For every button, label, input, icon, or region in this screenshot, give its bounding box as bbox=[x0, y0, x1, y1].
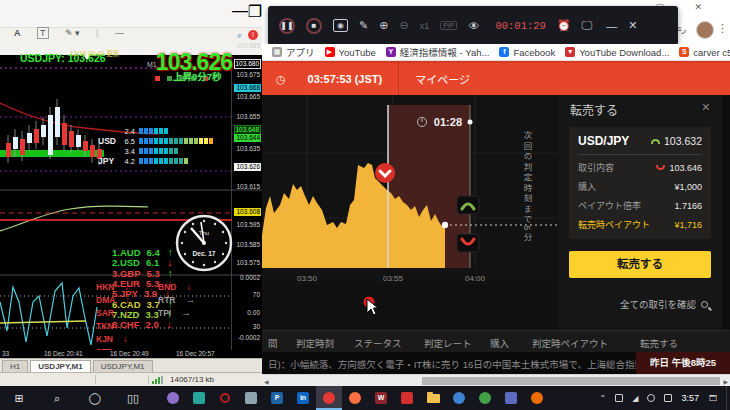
profile-avatar[interactable] bbox=[696, 21, 714, 39]
taskbar-app-icon[interactable] bbox=[212, 386, 238, 410]
label-tool-icon[interactable]: T bbox=[37, 27, 49, 39]
search-icon[interactable]: ⌕ bbox=[237, 30, 242, 41]
bookmark-item[interactable]: ▶YouTube bbox=[325, 47, 376, 58]
pen-tray-icon[interactable] bbox=[615, 394, 623, 402]
bookmark-item[interactable]: Scarver c5の中古/新... bbox=[679, 45, 730, 59]
indicator-signal: TPI→ bbox=[158, 307, 191, 318]
time-axis-label: 16 Dec 20:41 bbox=[44, 350, 83, 357]
recorder-minimize-icon[interactable]: — bbox=[606, 20, 617, 32]
trade-detail-row: 購入¥1,000 bbox=[578, 180, 702, 193]
bookmark-item[interactable]: Y経済指標情報 - Yah... bbox=[386, 45, 490, 59]
mt4-window-controls[interactable]: — bbox=[232, 2, 248, 20]
mt4-chart-area[interactable]: Thu Dec. 17 USDJPY: 103.626 12/16 06:40 … bbox=[0, 55, 262, 350]
taskbar-clock[interactable]: 3:57 bbox=[681, 393, 699, 403]
table-header-cell: 判定レート bbox=[424, 336, 472, 350]
volume-icon[interactable] bbox=[647, 394, 655, 402]
check-all-trades-link[interactable]: 全ての取引を確認 bbox=[620, 297, 708, 311]
scroll-left-arrow[interactable]: ◀ bbox=[264, 378, 269, 385]
mt4-restore-icon[interactable]: ❐ bbox=[248, 2, 262, 21]
keyboard-icon[interactable] bbox=[664, 394, 672, 402]
chart-tab[interactable]: USDJPY,M1 bbox=[30, 360, 90, 372]
taskbar-app-icon[interactable] bbox=[446, 386, 472, 410]
resell-button[interactable]: 転売する bbox=[569, 251, 711, 278]
svg-text:04:00: 04:00 bbox=[465, 274, 486, 283]
bookmark-favicon: ▶ bbox=[325, 47, 335, 57]
horizontal-scrollbar[interactable]: ◀ ▶ bbox=[262, 374, 730, 386]
text-tool-icon[interactable]: A bbox=[14, 28, 21, 38]
taskbar-app-icon[interactable]: P bbox=[264, 386, 290, 410]
zoom-in-icon[interactable]: ⊕ bbox=[379, 19, 388, 32]
bookmarks-bar[interactable]: ▦アプリ▶YouTubeY経済指標情報 - Yah...fFacebook▼Yo… bbox=[262, 44, 730, 61]
svg-text:01:28: 01:28 bbox=[434, 116, 462, 128]
down-arc-icon bbox=[656, 165, 665, 170]
network-icon[interactable]: ◢ bbox=[632, 394, 638, 403]
trade-chart-canvas: 01:28 bbox=[262, 95, 558, 330]
resell-panel: 転売する × USD/JPY 103.632 取引内容103.646購入¥1,0… bbox=[558, 95, 722, 330]
high-button[interactable] bbox=[457, 196, 479, 214]
bookmark-item[interactable]: ▼YouTube Download... bbox=[565, 47, 669, 58]
chart-tab[interactable]: USDJPY,M1 bbox=[93, 360, 153, 372]
alarm-clock-icon[interactable]: ⏰ bbox=[557, 19, 571, 32]
toolbar-divider: | bbox=[96, 28, 98, 38]
price-scale-label: 103.595 bbox=[234, 221, 261, 229]
mt4-chart-tabs[interactable]: H1USDJPY,M1USDJPY,M1 bbox=[0, 358, 262, 372]
hscrollbar-thumb[interactable] bbox=[422, 377, 720, 385]
draw-tool-icon[interactable]: ✎ ▾ bbox=[65, 28, 80, 38]
webcam-display-icon[interactable]: 🖵 bbox=[582, 19, 593, 32]
price-scale-label: 103.635 bbox=[234, 145, 261, 153]
current-rate: 103.632 bbox=[651, 135, 702, 147]
taskbar-app-icon[interactable] bbox=[316, 386, 342, 410]
pip-button[interactable]: PIP bbox=[440, 21, 457, 30]
taskbar-app-icon[interactable] bbox=[186, 386, 212, 410]
screen-recorder-toolbar[interactable]: ❚❚ ■ ◉ ✎ ⊕ ⊖ x1 PIP 👁 00:01:29 ⏰ 🖵 — ✕ bbox=[268, 6, 678, 45]
effects-eye-icon[interactable]: 👁 bbox=[468, 20, 479, 32]
low-button[interactable] bbox=[457, 234, 479, 252]
desktop-screen: — ❐ A T ✎ ▾ | — ⌕ ! bbox=[0, 0, 730, 410]
price-scale-label: 103.626 bbox=[234, 163, 261, 171]
price-scale-label: 103.575 bbox=[234, 259, 261, 267]
mypage-link[interactable]: マイページ bbox=[415, 71, 470, 87]
scroll-right-arrow[interactable]: ▶ bbox=[723, 378, 728, 385]
news-timestamp: 昨日 午後8時25 bbox=[636, 352, 730, 374]
taskbar-app-icon[interactable]: W bbox=[368, 386, 394, 410]
show-desktop-sliver[interactable] bbox=[726, 386, 730, 410]
tray-expand-icon[interactable]: ⌃ bbox=[600, 394, 607, 403]
task-view-icon[interactable]: ▯▯ bbox=[114, 392, 152, 405]
table-header-cell: ステータス bbox=[354, 336, 402, 350]
start-button[interactable]: ⊞ bbox=[0, 392, 38, 405]
browser-menu-icon[interactable]: ⋮ bbox=[717, 22, 728, 35]
line-tool-icon[interactable]: — bbox=[115, 28, 124, 38]
cortana-icon[interactable]: ◯ bbox=[76, 392, 114, 405]
trade-chart[interactable]: 01:28 bbox=[262, 95, 558, 330]
zoom-out-icon[interactable]: ⊖ bbox=[399, 19, 408, 32]
taskbar-app-icon[interactable] bbox=[238, 386, 264, 410]
taskbar-app-icon[interactable] bbox=[342, 386, 368, 410]
notification-center-icon[interactable]: 🗔 bbox=[709, 394, 717, 403]
mt4-rise-timer-label: 上昇0分7秒 bbox=[173, 69, 222, 83]
bookmark-item[interactable]: fFacebook bbox=[499, 47, 555, 58]
taskbar-app-icon[interactable] bbox=[394, 386, 420, 410]
mt4-titlebar[interactable]: — ❐ bbox=[0, 0, 262, 28]
mt4-toolbar[interactable]: A T ✎ ▾ | — ⌕ ! bbox=[0, 28, 262, 46]
taskbar-app-icon[interactable] bbox=[420, 386, 446, 410]
recorder-close-icon[interactable]: ✕ bbox=[628, 19, 637, 32]
trade-pair: USD/JPY bbox=[578, 134, 629, 148]
alert-icon[interactable]: ! bbox=[248, 30, 258, 40]
taskbar-app-icon[interactable] bbox=[498, 386, 524, 410]
stop-recording-button[interactable]: ■ bbox=[306, 18, 322, 34]
mt4-update-note: 12/16 06:40 更新 bbox=[70, 48, 119, 58]
trade-detail-row: ペイアウト倍率1.7166 bbox=[578, 199, 702, 212]
panel-close-icon[interactable]: × bbox=[702, 99, 710, 115]
taskbar-app-icon[interactable] bbox=[472, 386, 498, 410]
chart-tab[interactable]: H1 bbox=[2, 360, 28, 372]
taskbar-app-icon[interactable] bbox=[524, 386, 550, 410]
taskbar-app-icon[interactable]: in bbox=[290, 386, 316, 410]
bookmark-item[interactable]: ▦アプリ bbox=[272, 45, 315, 59]
taskbar-search-icon[interactable]: ⌕ bbox=[38, 392, 76, 405]
price-scale-label: 103.644 bbox=[234, 134, 261, 142]
annotate-pencil-icon[interactable]: ✎ bbox=[359, 19, 368, 32]
system-tray: ⌃ ◢ 3:57 🗔 bbox=[600, 386, 730, 410]
screenshot-camera-icon[interactable]: ◉ bbox=[333, 19, 348, 32]
pause-recording-button[interactable]: ❚❚ bbox=[279, 18, 295, 34]
taskbar-app-icon[interactable] bbox=[160, 386, 186, 410]
